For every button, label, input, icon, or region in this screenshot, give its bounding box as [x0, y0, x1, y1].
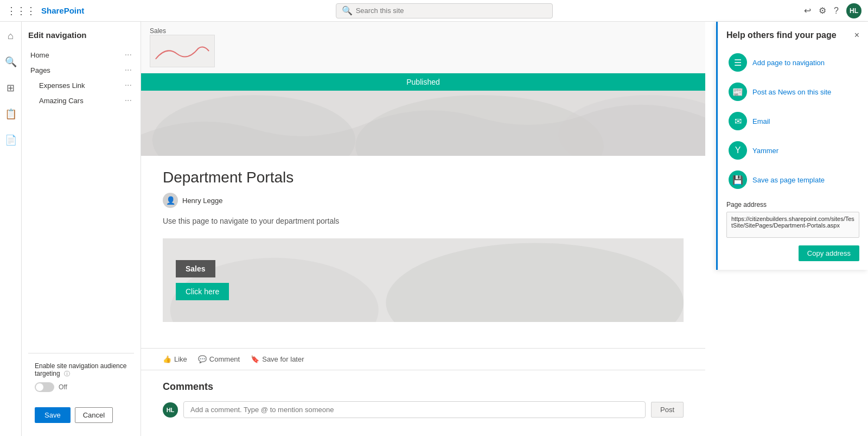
search-icon: 🔍	[342, 5, 353, 16]
like-icon: 👍	[163, 355, 171, 363]
sales-thumbnail-area: Sales	[141, 22, 705, 73]
nav-item-expenses[interactable]: Expenses Link ···	[28, 78, 134, 93]
notification-icon[interactable]: ↩	[804, 5, 811, 16]
nav-item-home[interactable]: Home ···	[28, 47, 134, 62]
nav-home-dots[interactable]: ···	[125, 50, 132, 60]
sidebar-home-icon[interactable]: ⌂	[2, 27, 20, 45]
like-label: Like	[174, 355, 187, 363]
email-label: Email	[752, 117, 770, 125]
save-later-label: Save for later	[262, 355, 304, 363]
comment-action[interactable]: 💬 Comment	[198, 355, 240, 363]
sales-thumb-img	[150, 35, 215, 67]
help-panel-title: Help others find your page	[726, 30, 854, 40]
help-panel-header: Help others find your page ×	[726, 30, 859, 40]
page-address-label: Page address	[726, 201, 859, 208]
news-icon: 📰	[729, 83, 747, 101]
page-body: Department Portals 👤 Henry Legge Use thi…	[141, 156, 705, 348]
nav-pages-dots[interactable]: ···	[125, 65, 132, 75]
commenter-avatar: HL	[163, 402, 178, 418]
help-action-email[interactable]: ✉ Email	[726, 108, 859, 135]
page-address-section: Page address Copy address	[726, 201, 859, 245]
sidebar-icons: ⌂ 🔍 ⊞ 📋 📄	[0, 22, 22, 436]
sales-thumb-label: Sales	[150, 27, 215, 35]
user-avatar[interactable]: HL	[846, 3, 861, 18]
topbar-left: ⋮⋮⋮ SharePoint	[7, 5, 84, 17]
save-button[interactable]: Save	[35, 407, 71, 423]
search-wrap[interactable]: 🔍	[336, 3, 553, 18]
copy-address-button[interactable]: Copy address	[799, 245, 859, 261]
page-address-input[interactable]	[726, 212, 859, 238]
app-logo: SharePoint	[41, 6, 84, 15]
page-title: Department Portals	[163, 169, 684, 186]
help-close-button[interactable]: ×	[854, 30, 859, 40]
help-icon[interactable]: ?	[834, 6, 839, 16]
toggle-label: Enable site navigation audience targetin…	[35, 362, 127, 378]
author-row: 👤 Henry Legge	[163, 193, 684, 208]
sidebar-page-icon[interactable]: 📄	[2, 131, 20, 149]
add-nav-label: Add page to navigation	[752, 59, 825, 67]
help-action-nav[interactable]: ☰ Add page to navigation	[726, 49, 859, 76]
nav-amazing-dots[interactable]: ···	[125, 96, 132, 105]
topbar: ⋮⋮⋮ SharePoint 🔍 ↩ ⚙ ? HL	[0, 0, 868, 22]
waffle-icon[interactable]: ⋮⋮⋮	[7, 5, 36, 17]
author-name: Henry Legge	[182, 197, 222, 205]
toggle-knob	[36, 383, 43, 391]
help-action-news[interactable]: 📰 Post as News on this site	[726, 78, 859, 105]
toggle-off-text: Off	[59, 383, 67, 391]
nav-home-label: Home	[30, 51, 49, 59]
add-nav-icon: ☰	[729, 53, 747, 72]
nav-actions: Save Cancel	[28, 401, 134, 429]
content-card: Sales Click here	[163, 238, 684, 322]
svg-rect-0	[150, 35, 214, 67]
sidebar-notes-icon[interactable]: 📋	[2, 105, 20, 123]
nav-amazing-cars-label: Amazing Cars	[39, 97, 84, 105]
help-panel: Help others find your page × ☰ Add page …	[716, 22, 868, 270]
save-later-action[interactable]: 🔖 Save for later	[251, 355, 304, 363]
yammer-label: Yammer	[752, 147, 778, 155]
comments-title: Comments	[163, 381, 684, 393]
comments-section: Comments HL Post	[141, 370, 705, 429]
nav-item-amazing-cars[interactable]: Amazing Cars ···	[28, 93, 134, 108]
cancel-button[interactable]: Cancel	[75, 407, 113, 423]
sidebar-apps-icon[interactable]: ⊞	[2, 79, 20, 97]
help-action-yammer[interactable]: Y Yammer	[726, 137, 859, 164]
toggle-row: Off	[35, 382, 127, 392]
settings-icon[interactable]: ⚙	[819, 5, 826, 16]
sidebar-search-icon[interactable]: 🔍	[2, 53, 20, 71]
author-avatar: 👤	[163, 193, 178, 208]
comment-icon: 💬	[198, 355, 207, 363]
info-icon: ⓘ	[64, 370, 70, 377]
yammer-icon: Y	[729, 141, 747, 160]
help-action-template[interactable]: 💾 Save as page template	[726, 166, 859, 193]
topbar-right: ↩ ⚙ ? HL	[804, 3, 861, 18]
action-bar: 👍 Like 💬 Comment 🔖 Save for later	[141, 348, 705, 370]
bookmark-icon: 🔖	[251, 355, 259, 363]
comment-label: Comment	[209, 355, 240, 363]
news-label: Post as News on this site	[752, 88, 831, 96]
page-description: Use this page to navigate to your depart…	[163, 217, 684, 225]
click-here-button[interactable]: Click here	[176, 283, 229, 300]
sales-card-button[interactable]: Sales	[176, 260, 215, 277]
nav-item-pages[interactable]: Pages ···	[28, 62, 134, 78]
email-icon: ✉	[729, 112, 747, 130]
toggle-area: Enable site navigation audience targetin…	[28, 353, 134, 401]
nav-title: Edit navigation	[28, 30, 134, 40]
like-action[interactable]: 👍 Like	[163, 355, 187, 363]
published-bar: Published	[141, 73, 705, 91]
search-bar: 🔍	[84, 3, 804, 18]
nav-expenses-label: Expenses Link	[39, 81, 85, 90]
toggle-switch[interactable]	[35, 382, 54, 392]
template-label: Save as page template	[752, 176, 825, 184]
nav-pages-label: Pages	[30, 66, 50, 74]
comment-input[interactable]	[183, 401, 646, 418]
search-input[interactable]	[356, 7, 547, 15]
hero-area	[141, 91, 705, 156]
nav-panel: Edit navigation Home ··· Pages ··· Expen…	[22, 22, 141, 436]
template-icon: 💾	[729, 170, 747, 189]
comment-input-row: HL Post	[163, 401, 684, 418]
nav-expenses-dots[interactable]: ···	[125, 80, 132, 90]
post-button[interactable]: Post	[651, 402, 684, 418]
